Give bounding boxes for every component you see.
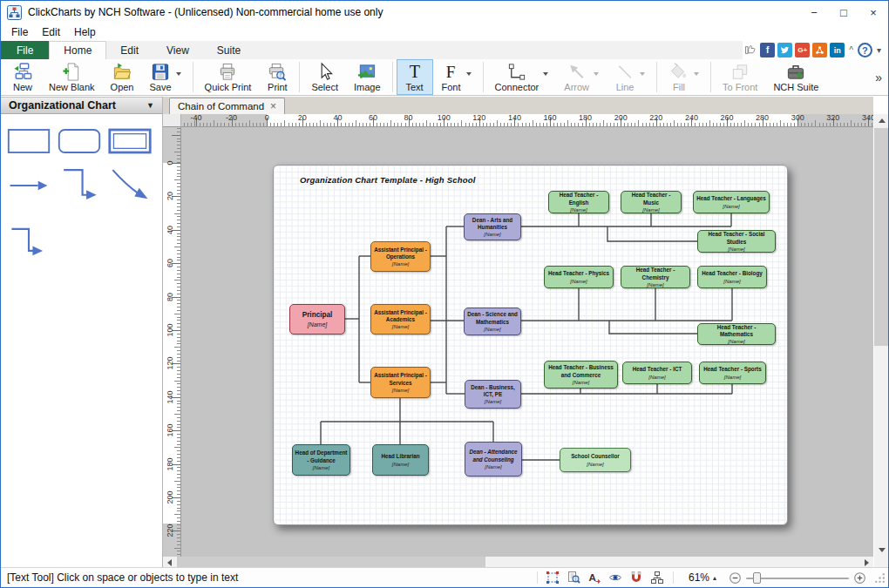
zoom-slider[interactable]: [746, 571, 849, 585]
connector-button[interactable]: Connector: [487, 59, 557, 95]
chart-node-ht-sports[interactable]: Head Teacher - Sports[Name]: [699, 362, 766, 384]
connector-line[interactable]: [607, 226, 697, 241]
chart-node-ht-ict[interactable]: Head Teacher - ICT[Name]: [622, 362, 692, 384]
chart-title[interactable]: Organization Chart Template - High Schoo…: [300, 175, 476, 185]
chart-node-school-counsellor[interactable]: School Counsellor[Name]: [560, 448, 631, 472]
zoom-in-button[interactable]: [853, 571, 866, 585]
menu-edit[interactable]: Edit: [35, 24, 67, 40]
dropdown-caret-icon[interactable]: [543, 72, 548, 76]
ribbon-tab-edit[interactable]: Edit: [106, 41, 153, 59]
like-icon[interactable]: [743, 43, 757, 57]
ribbon-tab-file[interactable]: File: [1, 41, 49, 59]
dropdown-caret-icon[interactable]: [466, 72, 472, 76]
font-button[interactable]: FFont: [433, 59, 479, 95]
chart-node-head-librarian[interactable]: Head Librarian[Name]: [372, 444, 429, 476]
straight-arrow-stencil[interactable]: [3, 158, 54, 215]
visibility-icon[interactable]: [607, 571, 624, 585]
canvas[interactable]: Organization Chart Template - High Schoo…: [181, 127, 873, 557]
document-tab[interactable]: Chain of Command ×: [169, 98, 285, 114]
zoom-page-icon[interactable]: [566, 571, 582, 585]
quick-print-button[interactable]: Quick Print: [197, 59, 260, 95]
line-button[interactable]: Line: [607, 59, 653, 95]
dropdown-caret-icon[interactable]: [176, 72, 181, 76]
shapes-panel-header[interactable]: Organizational Chart ▼: [1, 97, 162, 114]
image-button[interactable]: Image: [346, 59, 389, 95]
open-label: Open: [111, 82, 134, 93]
ribbon-collapse-icon[interactable]: ^: [847, 45, 855, 55]
text-button[interactable]: TText: [397, 59, 433, 95]
text-snap-icon[interactable]: A: [587, 571, 603, 585]
save-button[interactable]: Save: [142, 59, 189, 95]
chart-layout-icon[interactable]: [649, 571, 666, 585]
rounded-rectangle-stencil[interactable]: [54, 121, 105, 158]
chart-node-principal[interactable]: Principal[Name]: [289, 304, 345, 335]
close-button[interactable]: ×: [858, 1, 888, 24]
curved-arrow-stencil[interactable]: [105, 158, 155, 215]
chevron-down-icon[interactable]: ▼: [146, 101, 154, 110]
nch-suite-button[interactable]: NCH Suite: [765, 59, 826, 95]
ribbon-tab-home[interactable]: Home: [49, 41, 106, 59]
fill-button[interactable]: Fill: [661, 59, 707, 95]
googleplus-icon[interactable]: G+: [795, 43, 810, 57]
elbow-arrow-stencil[interactable]: [54, 158, 105, 215]
node-label: Dean - Arts and Humanities: [466, 217, 519, 231]
ribbon-tab-suite[interactable]: Suite: [203, 41, 254, 59]
document-page[interactable]: Organization Chart Template - High Schoo…: [273, 165, 788, 525]
vertical-scrollbar[interactable]: [874, 114, 889, 557]
magnet-snap-icon[interactable]: [628, 571, 645, 585]
open-button[interactable]: Open: [103, 59, 142, 95]
help-icon[interactable]: ?: [858, 43, 872, 57]
print-button[interactable]: Print: [259, 59, 295, 95]
dropdown-caret-icon[interactable]: [694, 72, 699, 76]
zoom-slider-thumb[interactable]: [753, 572, 761, 584]
rectangle-stencil[interactable]: [3, 121, 54, 158]
select-button[interactable]: Select: [303, 59, 346, 95]
nch-share-icon[interactable]: [812, 43, 827, 57]
scroll-down-icon[interactable]: [874, 544, 889, 557]
zoom-out-button[interactable]: [729, 571, 742, 585]
double-border-rectangle-stencil[interactable]: [105, 121, 155, 158]
chart-node-dean-arts[interactable]: Dean - Arts and Humanities[Name]: [464, 213, 521, 240]
connector-line[interactable]: [609, 321, 697, 334]
tab-close-icon[interactable]: ×: [270, 102, 276, 111]
vertical-scroll-thumb[interactable]: [874, 128, 889, 346]
chart-node-ht-languages[interactable]: Head Teacher - Languages[Name]: [693, 191, 770, 213]
svg-text:A: A: [589, 572, 596, 583]
zoom-level[interactable]: 61%▴: [689, 571, 716, 584]
menu-file[interactable]: File: [4, 24, 35, 40]
menu-help[interactable]: Help: [67, 24, 103, 40]
chart-node-ap-academics[interactable]: Assistant Principal - Academics[Name]: [370, 304, 431, 335]
chart-node-ht-physics[interactable]: Head Teacher - Physics[Name]: [544, 266, 614, 288]
twitter-icon[interactable]: [777, 43, 792, 57]
ribbon-tab-view[interactable]: View: [153, 41, 203, 59]
minimize-button[interactable]: −: [799, 1, 829, 24]
chart-node-hod-guidance[interactable]: Head of Department - Guidance[Name]: [292, 444, 350, 476]
ribbon-menu-caret-icon[interactable]: ▾: [875, 45, 883, 55]
new-blank-button[interactable]: New Blank: [41, 59, 103, 95]
chart-node-ht-business-commerce[interactable]: Head Teacher - Business and Commerce[Nam…: [544, 361, 618, 389]
chart-node-ap-services[interactable]: Assistant Principal - Services[Name]: [370, 367, 431, 398]
dropdown-caret-icon[interactable]: [640, 72, 645, 76]
dropdown-caret-icon[interactable]: [594, 72, 599, 76]
chart-node-ap-operations[interactable]: Assistant Principal - Operations[Name]: [370, 241, 431, 272]
arrow-button[interactable]: Arrow: [556, 59, 607, 95]
chart-node-ht-mathematics[interactable]: Head Teacher - Mathematics[Name]: [697, 323, 776, 345]
chart-node-ht-music[interactable]: Head Teacher - Music[Name]: [621, 191, 682, 213]
to-front-button[interactable]: To Front: [715, 59, 765, 95]
chart-node-ht-biology[interactable]: Head Teacher - Biology[Name]: [697, 266, 767, 288]
chart-node-dean-science[interactable]: Dean - Science and Mathematics[Name]: [464, 308, 521, 335]
fit-selection-icon[interactable]: [545, 571, 561, 585]
toolbar-overflow-button[interactable]: »: [869, 71, 888, 84]
scroll-up-icon[interactable]: [874, 114, 889, 127]
chart-node-dean-attendance[interactable]: Dean - Attendance and Counseling[Name]: [465, 442, 522, 476]
nch-suite-icon: [785, 62, 806, 82]
facebook-icon[interactable]: f: [760, 43, 775, 57]
elbow-arrow-down-stencil[interactable]: [3, 215, 54, 273]
chart-node-dean-business[interactable]: Dean - Business, ICT, PE[Name]: [465, 380, 521, 409]
linkedin-icon[interactable]: in: [830, 43, 845, 57]
chart-node-ht-social-studies[interactable]: Head Teacher - Social Studies[Name]: [697, 230, 776, 253]
new-button[interactable]: New: [4, 59, 41, 95]
maximize-button[interactable]: □: [829, 1, 858, 24]
chart-node-ht-chemistry[interactable]: Head Teacher - Chemistry[Name]: [621, 266, 690, 288]
chart-node-ht-english[interactable]: Head Teacher - English[Name]: [548, 191, 609, 213]
